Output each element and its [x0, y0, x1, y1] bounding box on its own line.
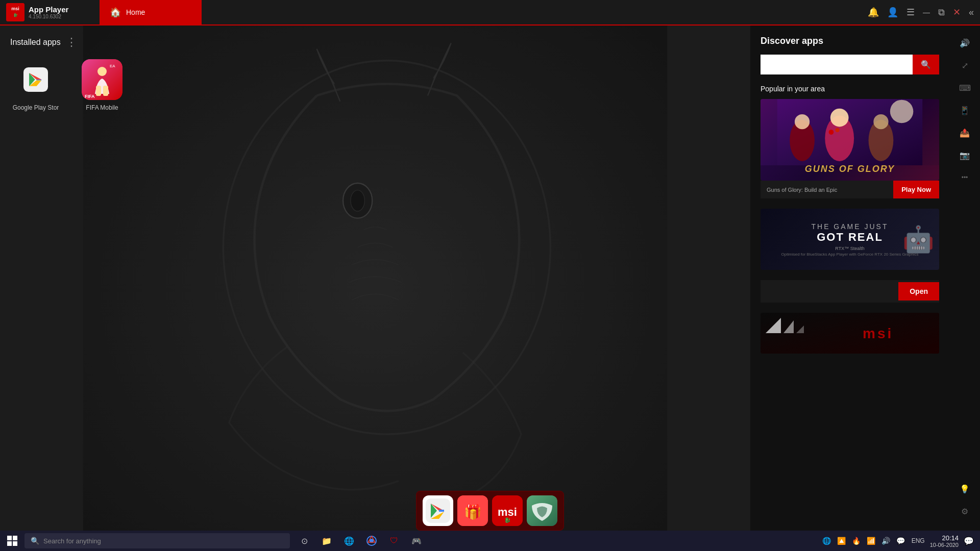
antivirus-icon[interactable]: 🛡 [384, 531, 404, 551]
svg-rect-3 [83, 26, 667, 551]
share-icon[interactable]: 📤 [953, 123, 976, 142]
svg-text:🐉: 🐉 [504, 517, 511, 523]
fifa-mobile-label: FIFA Mobile [86, 104, 118, 111]
discover-title: Discover apps [761, 36, 939, 46]
dragon-background: Installed apps ⋮ [0, 26, 750, 551]
chrome-icon[interactable] [361, 531, 382, 551]
fire-icon[interactable]: 🔥 [850, 537, 862, 545]
expand-button[interactable]: « [969, 7, 974, 18]
more-icon[interactable]: ••• [953, 168, 976, 187]
installed-apps-header: Installed apps ⋮ [10, 36, 128, 49]
popular-in-area-title: Popular in your area [761, 85, 939, 93]
featured-game-banner[interactable]: GUNS OF GLORY [761, 99, 939, 181]
google-play-label: Google Play Stor [13, 104, 59, 111]
mobile-icon[interactable]: 📱 [953, 101, 976, 119]
taskbar-search-placeholder: Search for anything [43, 537, 101, 545]
network-icon[interactable]: 🌐 [821, 537, 832, 545]
msi-taskbar-icon[interactable]: 🎮 [406, 531, 427, 551]
taskbar-search-bar[interactable]: 🔍 Search for anything [24, 533, 290, 548]
play-now-button[interactable]: Play Now [893, 181, 939, 198]
rtx-ad-banner[interactable]: THE GAME JUST GOT REAL RTX™ Stealth Opti… [761, 209, 939, 270]
ad-line1: THE GAME JUST [781, 222, 919, 231]
titlebar: msi 🐉 App Player 4.150.10.6302 🏠 Home 🔔 … [0, 0, 980, 26]
svg-rect-31 [426, 498, 450, 523]
app-item-google-play[interactable]: Google Play Stor [10, 59, 61, 111]
home-tab[interactable]: 🏠 Home [100, 0, 202, 24]
language-indicator[interactable]: ENG [910, 537, 927, 544]
app-title: App Player [29, 5, 68, 14]
notifications-up-icon[interactable]: 🔼 [836, 537, 847, 545]
msi-bottom-banner[interactable]: msi [761, 313, 939, 354]
task-view-icon[interactable]: ⊙ [294, 531, 314, 551]
camera-icon[interactable]: 📷 [953, 146, 976, 164]
clock-time: 20:14 [930, 534, 959, 542]
ad-sub: Optimised for BlueStacks App Player with… [781, 252, 919, 257]
featured-game-action: Guns of Glory: Build an Epic Play Now [761, 181, 939, 198]
discover-search-button[interactable]: 🔍 [913, 55, 939, 74]
notification-center-icon[interactable]: 💬 [962, 536, 976, 546]
svg-point-23 [873, 114, 888, 129]
svg-text:🎁: 🎁 [464, 504, 482, 520]
edge-icon[interactable]: 🌐 [339, 531, 359, 551]
svg-text:EA: EA [110, 64, 115, 68]
svg-point-25 [836, 128, 840, 132]
open-section: Open [761, 280, 939, 303]
home-label: Home [126, 8, 145, 16]
svg-rect-41 [13, 541, 17, 546]
clock-date: 10-06-2020 [930, 542, 959, 548]
svg-text:msi: msi [11, 6, 19, 11]
close-button[interactable]: ✕ [953, 7, 961, 18]
volume-taskbar-icon[interactable]: 🔊 [880, 537, 892, 545]
svg-point-11 [97, 67, 107, 76]
featured-game-description: Guns of Glory: Build an Epic [761, 183, 893, 197]
svg-point-21 [830, 109, 849, 127]
wifi-icon[interactable]: 📶 [865, 537, 877, 545]
installed-apps-title: Installed apps [10, 38, 61, 47]
right-icon-bar: 🔊 ⤢ ⌨ 📱 📤 📷 ••• 💡 ⚙ ← [949, 26, 980, 551]
installed-apps-section: Installed apps ⋮ [10, 36, 128, 111]
menu-button[interactable]: ☰ [906, 7, 915, 18]
fullscreen-icon[interactable]: ⤢ [953, 56, 976, 74]
main-content: Installed apps ⋮ [0, 26, 949, 551]
apps-menu-icon[interactable]: ⋮ [66, 36, 77, 49]
discover-sidebar: Discover apps 🔍 Popular in your area [750, 26, 949, 551]
svg-rect-39 [13, 536, 17, 540]
open-button[interactable]: Open [898, 282, 939, 300]
user-button[interactable]: 👤 [887, 7, 898, 18]
ad-text-content: THE GAME JUST GOT REAL RTX™ Stealth Opti… [781, 222, 919, 257]
restore-button[interactable]: ⧉ [938, 7, 945, 18]
discover-search-input[interactable] [761, 55, 913, 74]
dock-gift[interactable]: 🎁 [457, 495, 488, 526]
open-section-space [761, 280, 898, 303]
volume-icon[interactable]: 🔊 [953, 34, 976, 52]
svg-rect-40 [7, 541, 12, 546]
windows-taskbar: 🔍 Search for anything ⊙ 📁 🌐 🛡 🎮 🌐 🔼 🔥 📶 … [0, 531, 980, 551]
discover-search-bar: 🔍 [761, 55, 939, 74]
app-item-fifa-mobile[interactable]: FIFA EA FIFA Mobile [77, 59, 128, 111]
dock-google-play[interactable] [423, 495, 453, 526]
settings-icon[interactable]: ⚙ [953, 502, 976, 520]
file-explorer-icon[interactable]: 📁 [316, 531, 337, 551]
svg-point-6 [351, 190, 364, 211]
system-clock: 20:14 10-06-2020 [930, 534, 959, 548]
dock-msi-app[interactable]: msi 🐉 [492, 495, 523, 526]
svg-point-17 [890, 100, 914, 123]
app-version: 4.150.10.6302 [29, 14, 68, 19]
svg-text:msi: msi [863, 325, 893, 341]
minimize-button[interactable]: — [923, 8, 930, 16]
chat-icon[interactable]: 💬 [895, 537, 906, 545]
light-icon[interactable]: 💡 [953, 480, 976, 498]
msi-logo: msi 🐉 App Player 4.150.10.6302 [0, 3, 100, 21]
bell-button[interactable]: 🔔 [868, 7, 879, 18]
dock-camo-app[interactable] [527, 495, 557, 526]
svg-point-19 [795, 114, 810, 129]
start-button[interactable] [0, 531, 24, 551]
game-characters-art [761, 99, 939, 165]
home-icon: 🏠 [110, 7, 121, 18]
keyboard-icon[interactable]: ⌨ [953, 79, 976, 97]
guns-of-glory-title: GUNS OF GLORY [805, 164, 895, 174]
taskbar-search-icon: 🔍 [31, 537, 39, 545]
apps-grid: Google Play Stor [10, 59, 128, 111]
taskbar-right-area: 🌐 🔼 🔥 📶 🔊 💬 ENG 20:14 10-06-2020 💬 [821, 534, 980, 548]
titlebar-controls: 🔔 👤 ☰ — ⧉ ✕ « [868, 7, 980, 18]
